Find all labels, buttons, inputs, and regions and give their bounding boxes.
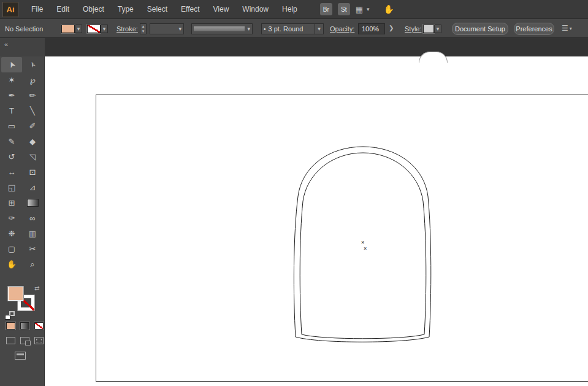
line-segment-tool[interactable]: ╲ bbox=[22, 103, 43, 118]
line-segment-icon: ╲ bbox=[30, 106, 35, 115]
hand-tool[interactable]: ✋ bbox=[1, 257, 22, 272]
lasso-icon: ℘ bbox=[29, 75, 35, 85]
opacity-input[interactable]: 100% bbox=[358, 23, 385, 34]
stroke-weight-stepper[interactable]: ▴ ▾ bbox=[140, 23, 147, 34]
draw-normal-button[interactable] bbox=[6, 337, 15, 344]
stepper-up-icon[interactable]: ▴ bbox=[142, 24, 145, 29]
stroke-color-swatch[interactable] bbox=[87, 25, 101, 33]
change-screen-mode-button[interactable] bbox=[15, 352, 26, 360]
menu-type[interactable]: Type bbox=[111, 0, 140, 18]
illustrator-logo: Ai bbox=[2, 2, 18, 17]
menu-file[interactable]: File bbox=[25, 0, 50, 18]
document-setup-button[interactable]: Document Setup bbox=[452, 23, 508, 35]
blend-tool[interactable]: ∞ bbox=[22, 210, 43, 226]
eyedropper-tool[interactable]: ✑ bbox=[1, 210, 22, 226]
slice-tool[interactable]: ✂ bbox=[22, 241, 43, 257]
zoom-icon: ⌕ bbox=[30, 260, 34, 269]
slice-icon: ✂ bbox=[29, 244, 36, 253]
brush-dropdown-icon: ▾ bbox=[318, 26, 321, 32]
free-transform-tool[interactable]: ⊡ bbox=[22, 164, 43, 180]
zoom-tool[interactable]: ⌕ bbox=[22, 257, 43, 272]
gradient-button[interactable] bbox=[20, 322, 29, 330]
document-canvas[interactable]: × × bbox=[45, 56, 588, 386]
width-tool[interactable]: ↔ bbox=[1, 164, 22, 180]
opacity-flyout-icon[interactable]: ❯ bbox=[389, 25, 394, 31]
selection-tool-icon: ➤ bbox=[6, 60, 17, 69]
direct-selection-tool[interactable]: ➣ bbox=[22, 57, 43, 72]
rotate-tool[interactable]: ↺ bbox=[1, 149, 22, 164]
blend-icon: ∞ bbox=[29, 214, 35, 223]
arrange-documents-dropdown-icon[interactable]: ▾ bbox=[367, 6, 370, 12]
eraser-tool[interactable]: ◆ bbox=[22, 134, 43, 149]
type-tool[interactable]: T bbox=[1, 103, 22, 118]
curvature-tool[interactable]: ✏ bbox=[22, 88, 43, 103]
menu-select[interactable]: Select bbox=[140, 0, 174, 18]
menu-help[interactable]: Help bbox=[275, 0, 304, 18]
symbol-sprayer-tool[interactable]: ❉ bbox=[1, 226, 22, 241]
collapse-chevrons-icon: « bbox=[4, 41, 8, 48]
touch-workspace-icon[interactable]: ✋ bbox=[384, 4, 394, 14]
tombstone-outline-shape bbox=[45, 56, 588, 386]
swap-fill-stroke-icon[interactable]: ⇄ bbox=[34, 285, 39, 291]
stroke-weight-select[interactable]: ▾ bbox=[150, 23, 184, 34]
default-fill-mini bbox=[5, 315, 10, 320]
lasso-tool[interactable]: ℘ bbox=[22, 72, 43, 88]
none-button[interactable] bbox=[34, 322, 44, 330]
style-label[interactable]: Style: bbox=[405, 25, 422, 33]
style-dropdown-icon[interactable]: ▾ bbox=[434, 25, 441, 33]
width-profile-select[interactable]: ▾ bbox=[191, 23, 253, 34]
menu-view[interactable]: View bbox=[207, 0, 236, 18]
rectangle-tool[interactable]: ▭ bbox=[1, 118, 22, 134]
mesh-tool[interactable]: ⊞ bbox=[1, 195, 22, 210]
panel-menu-dropdown-icon: ▾ bbox=[570, 26, 572, 31]
arrange-documents-icon[interactable]: ▦ bbox=[356, 5, 363, 14]
stroke-weight-dropdown-icon: ▾ bbox=[178, 26, 181, 32]
fill-dropdown-icon[interactable]: ▾ bbox=[75, 25, 82, 33]
menu-window[interactable]: Window bbox=[235, 0, 275, 18]
paintbrush-tool[interactable]: ✐ bbox=[22, 118, 43, 134]
menu-object[interactable]: Object bbox=[76, 0, 111, 18]
perspective-grid-icon: ⊿ bbox=[29, 183, 36, 192]
color-button[interactable] bbox=[6, 322, 15, 330]
brush-dropdown-button[interactable]: ▾ bbox=[315, 23, 324, 34]
menu-effect[interactable]: Effect bbox=[174, 0, 206, 18]
control-panel: No Selection ▾ ▾ Stroke: ▴ ▾ ▾ ▾ • 3 pt.… bbox=[0, 18, 588, 38]
mesh-icon: ⊞ bbox=[9, 198, 15, 207]
menu-edit[interactable]: Edit bbox=[50, 0, 76, 18]
pen-icon: ✒ bbox=[9, 91, 15, 100]
brush-definition-select[interactable]: • 3 pt. Round bbox=[261, 23, 315, 34]
stroke-label[interactable]: Stroke: bbox=[116, 25, 138, 33]
stock-icon[interactable]: St bbox=[338, 3, 350, 15]
eyedropper-icon: ✑ bbox=[9, 214, 15, 223]
column-graph-tool[interactable]: ▥ bbox=[22, 226, 43, 241]
toolbar-collapse[interactable]: « bbox=[0, 38, 45, 56]
selection-tool[interactable]: ➤ bbox=[1, 57, 22, 72]
symbol-sprayer-icon: ❉ bbox=[9, 229, 15, 238]
gradient-tool[interactable] bbox=[22, 195, 43, 210]
pencil-tool[interactable]: ✎ bbox=[1, 134, 22, 149]
magic-wand-icon: ✶ bbox=[9, 75, 15, 85]
shape-builder-icon: ◱ bbox=[8, 183, 15, 192]
draw-inside-button[interactable] bbox=[34, 337, 44, 344]
width-profile-preview bbox=[194, 26, 245, 31]
opacity-label[interactable]: Opacity: bbox=[330, 25, 354, 33]
type-icon: T bbox=[9, 106, 14, 115]
fill-color-swatch[interactable] bbox=[61, 25, 75, 33]
artboard-tool[interactable]: ▢ bbox=[1, 241, 22, 257]
style-swatch[interactable] bbox=[423, 25, 434, 33]
default-fill-stroke-icon[interactable] bbox=[5, 311, 15, 320]
fill-stroke-controls: ⇄ bbox=[0, 285, 45, 323]
stepper-down-icon[interactable]: ▾ bbox=[142, 29, 145, 34]
stroke-dropdown-icon[interactable]: ▾ bbox=[101, 25, 108, 33]
perspective-grid-tool[interactable]: ⊿ bbox=[22, 180, 43, 195]
scale-tool[interactable]: ◹ bbox=[22, 149, 43, 164]
magic-wand-tool[interactable]: ✶ bbox=[1, 72, 22, 88]
bridge-icon[interactable]: Br bbox=[320, 3, 332, 15]
pen-tool[interactable]: ✒ bbox=[1, 88, 22, 103]
fill-swatch[interactable] bbox=[7, 286, 24, 301]
preferences-button[interactable]: Preferences bbox=[514, 23, 554, 35]
draw-behind-button[interactable] bbox=[20, 337, 29, 344]
app-menu-bar: Ai File Edit Object Type Select Effect V… bbox=[0, 0, 588, 18]
shape-builder-tool[interactable]: ◱ bbox=[1, 180, 22, 195]
control-panel-menu[interactable]: ☰ ▾ bbox=[562, 24, 572, 33]
